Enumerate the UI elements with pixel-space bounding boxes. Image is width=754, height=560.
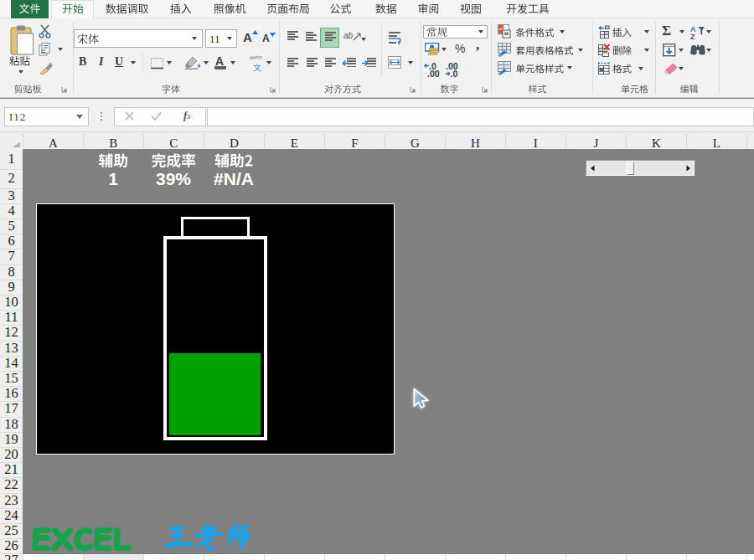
svg-text:Z: Z bbox=[690, 33, 695, 40]
svg-text:.00: .00 bbox=[427, 69, 440, 78]
svg-text:.0: .0 bbox=[451, 69, 458, 78]
